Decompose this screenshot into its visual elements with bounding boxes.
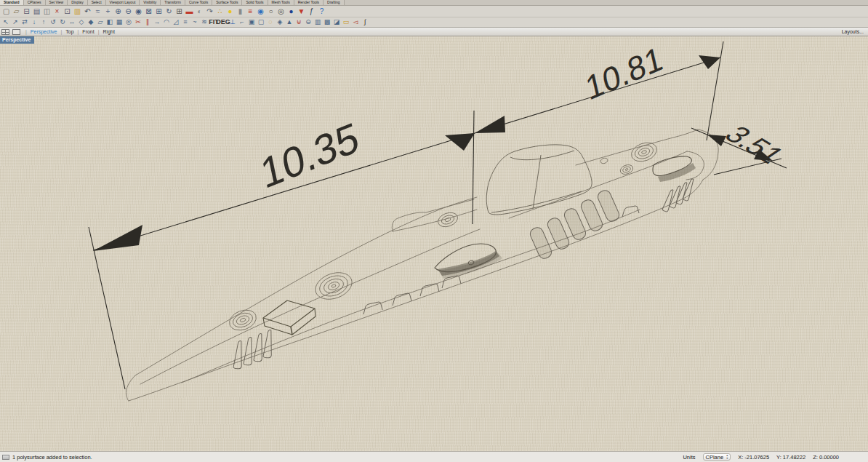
- control-points-icon[interactable]: ▣: [247, 18, 256, 27]
- toolbar-tab-cplanes[interactable]: CPlanes: [24, 0, 46, 5]
- viewport-tab-right[interactable]: Right: [103, 29, 115, 34]
- shaded-sphere-icon[interactable]: ◎: [276, 7, 286, 16]
- zoom-dynamic-icon[interactable]: ◉: [134, 7, 143, 16]
- four-view-icon[interactable]: ⊞: [174, 7, 184, 16]
- toolbar-tab-render-tools[interactable]: Render Tools: [294, 0, 324, 5]
- help-icon[interactable]: ?: [317, 7, 326, 16]
- fillet-icon[interactable]: ◠: [162, 18, 171, 27]
- ghosted-view-icon[interactable]: ◐: [195, 7, 204, 16]
- sketch-icon[interactable]: ∫: [361, 18, 369, 27]
- zoom-in-icon[interactable]: ⊕: [113, 7, 123, 16]
- adjust-seam-icon[interactable]: ⌐: [238, 18, 246, 27]
- wireframe-sphere-icon[interactable]: ○: [266, 7, 276, 16]
- cage-edit-icon[interactable]: ▩: [323, 18, 331, 27]
- export-icon[interactable]: ◫: [42, 7, 52, 16]
- toolbar-tab-display[interactable]: Display: [68, 0, 87, 5]
- scale-3d-icon[interactable]: ◆: [87, 18, 95, 27]
- toolbar-tab-solid-tools[interactable]: Solid Tools: [242, 0, 268, 5]
- toolbar-tab-select[interactable]: Select: [88, 0, 106, 5]
- zoom-out-icon[interactable]: ⊖: [124, 7, 133, 16]
- flip-direction-icon[interactable]: ⇄: [20, 18, 29, 27]
- object-snap-icon[interactable]: ∴: [215, 7, 225, 16]
- curvature-analysis-icon[interactable]: ◌: [266, 18, 275, 27]
- shade-mode-icon[interactable]: ▬: [185, 7, 194, 16]
- selection-filter-icon[interactable]: ▼: [297, 7, 306, 16]
- rotate-2d-icon[interactable]: ↺: [49, 18, 57, 27]
- array-polar-icon[interactable]: ◎: [124, 18, 133, 27]
- toolbar-tab-mesh-tools[interactable]: Mesh Tools: [268, 0, 294, 5]
- viewport-bar: |Perspective|Top|Front|Right Layouts...: [0, 28, 868, 36]
- extend-icon[interactable]: →: [153, 18, 161, 27]
- toolbar-tab-visibility[interactable]: Visibility: [140, 0, 161, 5]
- new-file-icon[interactable]: ▢: [1, 7, 11, 16]
- orient-icon[interactable]: ↖: [1, 18, 10, 27]
- scale-1d-icon[interactable]: ↔: [68, 18, 76, 27]
- toolbar-tab-set-view[interactable]: Set View: [46, 0, 68, 5]
- blend-curve-icon[interactable]: ~: [190, 18, 199, 27]
- render-sphere-icon[interactable]: ●: [286, 7, 296, 16]
- viewport-single-layout-icon[interactable]: [12, 29, 20, 35]
- viewport-tab-front[interactable]: Front: [82, 29, 94, 34]
- viewport-tab-top[interactable]: Top: [65, 29, 73, 34]
- dimension-value-10-81: 10.81: [582, 39, 666, 108]
- paste-icon[interactable]: ▥: [73, 7, 82, 16]
- unroll-icon[interactable]: ▭: [342, 18, 350, 27]
- extension-line-left: [89, 227, 125, 389]
- dimension-value-10-35: 10.35: [257, 113, 363, 198]
- trim-icon[interactable]: ✂: [134, 18, 142, 27]
- points-off-icon[interactable]: ▢: [257, 18, 265, 27]
- viewport-canvas[interactable]: Perspective: [0, 36, 868, 451]
- layers-icon[interactable]: ≡: [246, 7, 255, 16]
- zoom-window-icon[interactable]: ⊠: [144, 7, 153, 16]
- toolbar-tab-curve-tools[interactable]: Curve Tools: [185, 0, 212, 5]
- insert-knot-icon[interactable]: ⊥: [228, 18, 237, 27]
- toolbar-tab-standard[interactable]: Standard: [0, 0, 24, 5]
- chamfer-icon[interactable]: ◿: [172, 18, 180, 27]
- scale-2d-icon[interactable]: ◇: [77, 18, 86, 27]
- wirecut-icon[interactable]: ▥: [313, 18, 322, 27]
- mirror-icon[interactable]: ◧: [105, 18, 114, 27]
- direction-analysis-icon[interactable]: ◈: [276, 18, 284, 27]
- smash-icon[interactable]: ◅: [351, 18, 360, 27]
- copy-icon[interactable]: ⊡: [63, 7, 72, 16]
- cplane-dropdown[interactable]: CPlane ▴▾: [703, 453, 731, 461]
- mid-fin: [435, 244, 502, 279]
- change-degree-icon[interactable]: DEG: [219, 18, 228, 27]
- coordinate-z: Z: 0.00000: [813, 454, 839, 461]
- project-icon[interactable]: ↓: [30, 18, 39, 27]
- match-curve-icon[interactable]: ≋: [200, 18, 209, 27]
- move-icon[interactable]: +: [103, 7, 113, 16]
- toolbar-tab-surface-tools[interactable]: Surface Tools: [212, 0, 242, 5]
- shear-icon[interactable]: ▱: [96, 18, 105, 27]
- viewport-tab-perspective[interactable]: Perspective: [31, 29, 57, 34]
- offset-icon[interactable]: ≡: [181, 18, 190, 27]
- rotate-3d-icon[interactable]: ↻: [58, 18, 67, 27]
- properties-icon[interactable]: ƒ: [307, 7, 316, 16]
- cut-icon[interactable]: ×: [52, 7, 62, 16]
- zoom-extents-icon[interactable]: ⊞: [154, 7, 164, 16]
- toolbar-tab-drafting[interactable]: Drafting: [324, 0, 345, 5]
- extract-surface-icon[interactable]: ◪: [332, 18, 341, 27]
- toolbar-tab-transform[interactable]: Transform: [161, 0, 185, 5]
- layouts-button[interactable]: Layouts...: [842, 29, 864, 34]
- undo-icon[interactable]: ↶: [83, 7, 92, 16]
- print-icon[interactable]: ▤: [32, 7, 41, 16]
- render-preview-icon[interactable]: ◉: [256, 7, 265, 16]
- boolean-union-icon[interactable]: ⊎: [294, 18, 303, 27]
- save-icon[interactable]: ⊟: [22, 7, 31, 16]
- rotate-view-icon[interactable]: ↻: [164, 7, 174, 16]
- open-file-icon[interactable]: ▱: [12, 7, 21, 16]
- orient-on-surface-icon[interactable]: ↗: [11, 18, 20, 27]
- pull-curve-icon[interactable]: ↑: [39, 18, 48, 27]
- rotate-cw-icon[interactable]: ↷: [205, 7, 214, 16]
- array-rect-icon[interactable]: ▦: [115, 18, 124, 27]
- boolean-difference-icon[interactable]: ⊖: [304, 18, 313, 27]
- viewport-grid-layout-icon[interactable]: [1, 29, 9, 35]
- toolbar-tab-viewport-layout[interactable]: Viewport Layout: [106, 0, 140, 5]
- light-icon[interactable]: ●: [225, 7, 235, 16]
- edge-tools-icon[interactable]: ▲: [285, 18, 294, 27]
- lock-icon[interactable]: ▮: [236, 7, 245, 16]
- status-message: 1 polysurface added to selection.: [12, 454, 92, 461]
- split-icon[interactable]: ∥: [143, 18, 152, 27]
- pan-icon[interactable]: ≈: [93, 7, 103, 16]
